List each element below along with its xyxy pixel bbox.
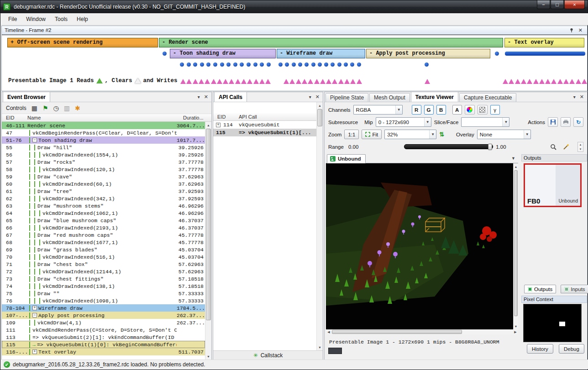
clear-usage-triangle[interactable]	[135, 78, 141, 83]
timeline-panel-header[interactable]: Timeline - Frame #2 ✕	[2, 26, 587, 35]
event-row[interactable]: 115→=> vkQueueSubmit(1)[0]: vkBeginComma…	[2, 341, 205, 348]
save-texture-icon[interactable]	[548, 117, 558, 127]
timeline-draw-dot[interactable]	[285, 63, 289, 67]
timeline-marker-row1-2[interactable]: - Text overlay	[504, 38, 584, 47]
expander-icon[interactable]: +	[32, 349, 37, 354]
write-usage-triangle[interactable]	[533, 79, 539, 84]
write-usage-triangle[interactable]	[265, 79, 271, 84]
write-usage-triangle[interactable]	[211, 79, 216, 84]
write-usage-triangle[interactable]	[296, 79, 301, 84]
timeline-draw-dot[interactable]	[311, 63, 315, 67]
event-row[interactable]: 57Draw "rocks"37.77778	[2, 158, 205, 166]
scrollbar-thumb[interactable]	[317, 109, 322, 126]
column-header-api-call[interactable]: API Call	[239, 114, 323, 120]
write-usage-triangle[interactable]	[284, 79, 289, 84]
overlay-dropdown[interactable]: None▼	[477, 130, 531, 139]
panel-dropdown-icon[interactable]: ▾	[573, 94, 576, 99]
scroll-down-icon[interactable]: ▼	[205, 353, 211, 360]
event-browser-scrollbar[interactable]: ▲ ▼	[205, 122, 211, 360]
write-usage-triangle[interactable]	[551, 79, 556, 84]
scrollbar-thumb[interactable]	[332, 330, 462, 334]
api-call-row[interactable]: 115=> vkQueueSubmit(1)[...	[213, 129, 323, 136]
write-usage-triangle[interactable]	[247, 79, 252, 84]
scroll-up-icon[interactable]: ▲	[514, 163, 518, 170]
panel-close-icon[interactable]: ✕	[315, 94, 320, 100]
timeline-draw-dot[interactable]	[213, 63, 217, 67]
texture-tab-unbound[interactable]: Unbound	[327, 154, 366, 163]
debug-button[interactable]: Debug	[559, 344, 584, 354]
column-header-eid[interactable]: EID	[213, 114, 239, 120]
pin-icon[interactable]	[569, 28, 574, 33]
tab-inputs[interactable]: Inputs	[561, 285, 588, 293]
timeline-draw-dot[interactable]	[425, 63, 429, 67]
close-button[interactable]: ×	[564, 0, 585, 9]
timeline-draw-dot[interactable]	[193, 63, 197, 67]
panel-close-icon[interactable]: ✕	[580, 94, 584, 100]
mip-dropdown[interactable]: 0 - 1272x690▼	[376, 117, 431, 127]
time-draws-icon[interactable]: ◷	[53, 105, 58, 111]
channels-dropdown[interactable]: RGBA▼	[353, 105, 403, 115]
write-usage-triangle[interactable]	[186, 79, 192, 84]
column-header-name[interactable]: Name	[27, 115, 183, 120]
find-event-icon[interactable]: ✱	[75, 105, 80, 111]
event-row[interactable]: 73Draw "chest fittings"57.18518	[2, 275, 205, 282]
timeline-draw-dot[interactable]	[318, 63, 322, 67]
write-usage-triangle[interactable]	[582, 79, 587, 84]
write-usage-triangle[interactable]	[332, 79, 337, 84]
timeline-draw-dot[interactable]	[331, 63, 335, 67]
write-usage-triangle[interactable]	[259, 79, 265, 84]
menu-item-window[interactable]: Window	[21, 14, 50, 24]
scroll-up-icon[interactable]: ▲	[205, 122, 211, 128]
panel-dropdown-icon[interactable]: ▾	[309, 94, 311, 99]
texture-preview-scene[interactable]	[326, 163, 513, 329]
write-usage-triangle[interactable]	[217, 79, 222, 84]
write-usage-triangle[interactable]	[199, 79, 204, 84]
tab-capture-executable[interactable]: Capture Executable	[459, 93, 516, 102]
callstack-bar[interactable]: ✳ Callstack	[213, 350, 323, 360]
fit-button[interactable]: Fit	[362, 130, 382, 139]
texture-vertical-scrollbar[interactable]: ▲ ▼	[513, 163, 518, 329]
event-row[interactable]: 107-...−Apply post processing262.37...	[2, 312, 205, 319]
timeline-draw-dot[interactable]	[247, 63, 251, 67]
write-usage-triangle[interactable]	[539, 79, 545, 84]
event-row[interactable]: 70vkCmdDrawIndexed(516,1)45.03704	[2, 253, 205, 261]
timeline-event-bar[interactable]	[505, 52, 585, 56]
event-row[interactable]: 116-...+Text overlay511.7037	[2, 348, 205, 355]
timeline-marker-row2-2[interactable]: - Apply post processing	[366, 49, 490, 58]
write-usage-triangle[interactable]	[235, 79, 241, 84]
range-max-value[interactable]: 1.00	[496, 144, 506, 150]
write-usage-triangle[interactable]	[425, 79, 430, 84]
write-usage-triangle[interactable]	[357, 79, 362, 84]
timeline-draw-dot[interactable]	[233, 63, 237, 67]
event-row[interactable]: 74vkCmdDrawIndexed(138,1)57.18518	[2, 282, 205, 290]
range-slider[interactable]	[404, 144, 493, 149]
write-usage-triangle[interactable]	[569, 79, 575, 84]
event-row[interactable]: 55Draw "hill"39.25926	[2, 144, 205, 151]
write-usage-triangle[interactable]	[308, 79, 313, 84]
timeline-marker-row2-0[interactable]: - Toon shading draw	[170, 49, 276, 58]
controls-label[interactable]: Controls	[6, 105, 26, 111]
range-min-value[interactable]: 0.00	[348, 144, 358, 150]
scrollbar-thumb[interactable]	[206, 129, 211, 320]
event-row[interactable]: 109vkCmdDraw(4,1)262.37...	[2, 319, 205, 326]
write-usage-triangle[interactable]	[563, 79, 569, 84]
zoom-value-dropdown[interactable]: 32%▼	[384, 130, 436, 139]
timeline-draw-dot[interactable]	[350, 63, 354, 67]
timeline-draw-dot[interactable]	[267, 63, 271, 67]
range-slider-handle[interactable]	[488, 144, 492, 150]
write-usage-triangle[interactable]	[193, 79, 198, 84]
scroll-left-icon[interactable]: ◀	[326, 330, 331, 334]
write-usage-triangle[interactable]	[205, 79, 210, 84]
zoom-range-icon[interactable]	[548, 142, 558, 151]
timeline-marker-row1-0[interactable]: + Off-screen scene rendering	[7, 38, 158, 47]
channel-blue-button[interactable]: B	[436, 105, 446, 115]
tab-pipeline-state[interactable]: Pipeline State	[326, 93, 368, 102]
column-header-eid[interactable]: EID	[2, 115, 27, 120]
event-row[interactable]: 59Draw "cave"37.62963	[2, 173, 205, 180]
write-usage-triangle[interactable]	[521, 79, 526, 84]
write-usage-triangle[interactable]	[241, 79, 247, 84]
panel-close-icon[interactable]: ✕	[204, 94, 208, 100]
scroll-right-icon[interactable]: ▶	[513, 330, 518, 334]
event-row[interactable]: 75Draw ""57.33333	[2, 290, 205, 297]
timeline-draw-dot[interactable]	[357, 63, 361, 67]
